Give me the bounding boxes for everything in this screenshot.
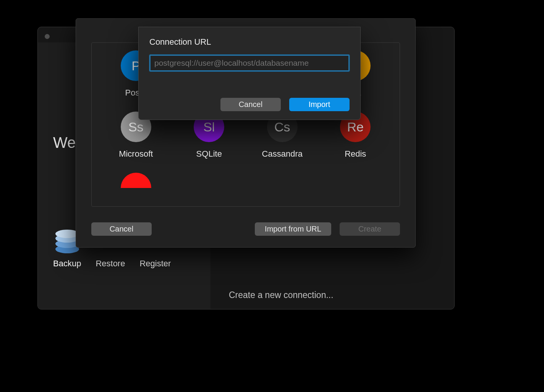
database-label: Microsoft	[119, 149, 153, 159]
connection-url-modal: Connection URL Cancel Import	[138, 27, 361, 120]
welcome-heading: We	[53, 134, 76, 151]
database-label: Redis	[345, 149, 366, 159]
database-label: SQLite	[196, 149, 222, 159]
restore-action[interactable]: Restore	[96, 259, 125, 269]
url-modal-button-row: Cancel Import	[149, 98, 350, 111]
picker-button-row: Cancel Import from URL Create	[91, 222, 400, 236]
url-modal-import-button[interactable]: Import	[289, 98, 350, 111]
register-action[interactable]: Register	[139, 259, 171, 269]
import-from-url-button[interactable]: Import from URL	[255, 222, 331, 236]
connection-url-title: Connection URL	[149, 37, 350, 47]
traffic-light-close[interactable]	[45, 34, 50, 39]
database-option[interactable]	[99, 173, 173, 188]
create-button[interactable]: Create	[340, 222, 400, 236]
create-connection-hint: Create a new connection...	[229, 290, 334, 300]
database-label: Cassandra	[262, 149, 303, 159]
database-icon	[121, 173, 151, 188]
url-modal-cancel-button[interactable]: Cancel	[220, 98, 281, 111]
picker-cancel-button[interactable]: Cancel	[91, 222, 152, 236]
register-label: Register	[139, 259, 171, 269]
backup-label: Backup	[53, 259, 81, 269]
connection-url-input[interactable]	[149, 55, 350, 71]
restore-label: Restore	[96, 259, 125, 269]
